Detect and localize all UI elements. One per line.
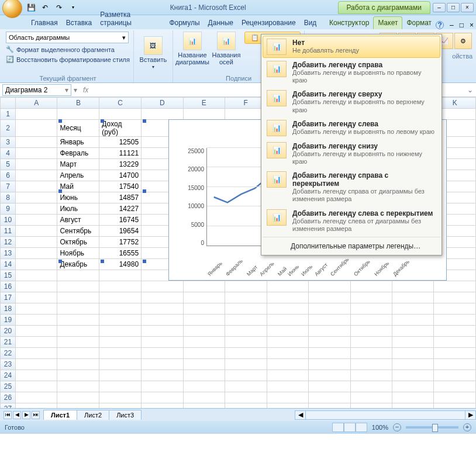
cell[interactable]	[99, 337, 142, 348]
cell[interactable]	[392, 281, 433, 292]
zoom-value[interactable]: 100%	[372, 424, 388, 431]
cell[interactable]	[350, 359, 392, 370]
horizontal-scrollbar[interactable]: ◀▶	[295, 410, 476, 420]
reset-style-button[interactable]: 🔄Восстановить форматирование стиля	[6, 56, 130, 63]
cell[interactable]	[225, 303, 267, 315]
cell[interactable]	[57, 370, 99, 381]
cell[interactable]	[99, 270, 142, 281]
tab-view[interactable]: Вид	[300, 17, 321, 29]
cell[interactable]	[434, 381, 476, 392]
cell[interactable]	[309, 326, 350, 337]
cell[interactable]	[392, 348, 433, 359]
cell[interactable]	[183, 337, 225, 348]
cell[interactable]	[309, 281, 350, 292]
sheet-tab-1[interactable]: Лист1	[43, 410, 77, 420]
cell[interactable]	[434, 348, 476, 359]
cell[interactable]: 17540	[99, 181, 142, 192]
row-header[interactable]: 8	[1, 192, 16, 203]
cell[interactable]	[142, 326, 183, 337]
row-header[interactable]: 2	[1, 120, 16, 137]
row-header[interactable]: 4	[1, 148, 16, 159]
tab-design[interactable]: Конструктор	[325, 17, 373, 29]
help-icon[interactable]: ?	[436, 21, 444, 29]
cell[interactable]: Июль	[57, 203, 99, 215]
row-header[interactable]: 26	[1, 392, 16, 403]
cell[interactable]	[15, 315, 57, 326]
cell[interactable]	[183, 359, 225, 370]
cell[interactable]: 19654	[99, 226, 142, 237]
cell[interactable]	[57, 315, 99, 326]
doc-close-icon[interactable]: ×	[470, 21, 474, 29]
cell[interactable]	[434, 281, 476, 292]
cell[interactable]	[392, 337, 433, 348]
row-header[interactable]: 5	[1, 159, 16, 170]
cell[interactable]	[434, 303, 476, 315]
cell[interactable]	[183, 348, 225, 359]
row-header[interactable]: 23	[1, 359, 16, 370]
cell[interactable]	[99, 326, 142, 337]
cell[interactable]: Март	[57, 159, 99, 170]
save-icon[interactable]: 💾	[26, 2, 36, 13]
row-header[interactable]: 14	[1, 259, 16, 270]
cell[interactable]	[350, 281, 392, 292]
row-header[interactable]: 3	[1, 137, 16, 148]
undo-icon[interactable]: ↶	[40, 2, 50, 13]
cell[interactable]	[225, 392, 267, 403]
cell[interactable]	[142, 381, 183, 392]
cell[interactable]	[57, 337, 99, 348]
cell[interactable]	[142, 281, 183, 292]
cell[interactable]	[183, 370, 225, 381]
cell[interactable]: 14857	[99, 192, 142, 203]
column-header[interactable]: C	[99, 98, 142, 109]
chart-area-combo[interactable]: Область диаграммы▾	[6, 32, 129, 43]
row-header[interactable]: 1	[1, 109, 16, 120]
cell[interactable]	[57, 326, 99, 337]
tab-home[interactable]: Главная	[27, 17, 62, 29]
cell[interactable]	[57, 270, 99, 281]
cell[interactable]	[57, 292, 99, 303]
minimize-button[interactable]: –	[433, 3, 446, 12]
cell[interactable]	[267, 392, 309, 403]
cell[interactable]	[57, 381, 99, 392]
cell[interactable]: 14700	[99, 170, 142, 181]
cell[interactable]: 14227	[99, 203, 142, 215]
cell[interactable]	[15, 159, 57, 170]
cell[interactable]	[183, 292, 225, 303]
legend-option-5[interactable]: 📊 Добавить легенду справа с перекрытием …	[263, 168, 440, 206]
cell[interactable]	[142, 359, 183, 370]
doc-minimize-icon[interactable]: –	[450, 21, 454, 29]
cell[interactable]	[392, 381, 433, 392]
cell[interactable]	[309, 348, 350, 359]
cell[interactable]	[15, 326, 57, 337]
insert-button[interactable]: 🖼 Вставить▾	[137, 36, 169, 70]
legend-option-3[interactable]: 📊 Добавить легенду слева Добавить легенд…	[263, 117, 440, 139]
sheet-nav-last[interactable]: ⏭	[32, 411, 40, 419]
cell[interactable]	[434, 359, 476, 370]
column-header[interactable]: E	[183, 98, 225, 109]
cell[interactable]	[309, 292, 350, 303]
cell[interactable]	[225, 326, 267, 337]
cell[interactable]	[309, 315, 350, 326]
cell[interactable]: Апрель	[57, 170, 99, 181]
cell[interactable]	[392, 359, 433, 370]
cell[interactable]	[99, 381, 142, 392]
cell[interactable]	[225, 348, 267, 359]
row-header[interactable]: 9	[1, 203, 16, 215]
cell[interactable]	[15, 359, 57, 370]
cell[interactable]	[267, 337, 309, 348]
cell[interactable]	[142, 292, 183, 303]
cell[interactable]	[267, 292, 309, 303]
cell[interactable]	[225, 315, 267, 326]
cell[interactable]: Сентябрь	[57, 226, 99, 237]
cell[interactable]	[15, 303, 57, 315]
cell[interactable]	[350, 392, 392, 403]
axis-titles-button[interactable]: 📊 Названия осей	[211, 32, 242, 74]
cell[interactable]	[392, 292, 433, 303]
cell[interactable]	[99, 292, 142, 303]
cell[interactable]	[434, 326, 476, 337]
cell[interactable]: 11121	[99, 148, 142, 159]
cell[interactable]	[142, 348, 183, 359]
column-header[interactable]: B	[57, 98, 99, 109]
cell[interactable]	[99, 315, 142, 326]
cell[interactable]	[183, 303, 225, 315]
